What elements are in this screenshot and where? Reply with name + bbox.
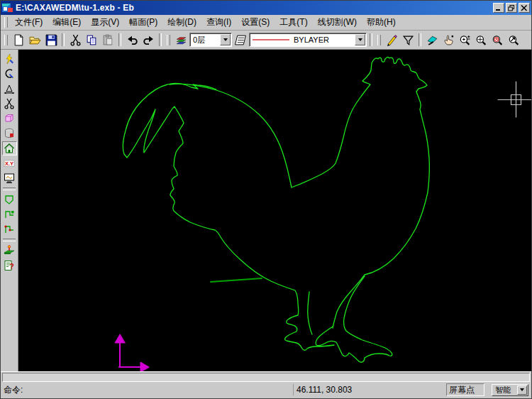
axis-x-arrowhead [140,362,149,371]
dynamic-pan-button[interactable] [424,32,440,48]
filter-button[interactable] [400,32,416,48]
menu-item-sheet[interactable]: 幅面(P) [124,14,162,31]
left-toolbar-separator [3,239,16,241]
pick-contour-button[interactable] [2,192,17,207]
drawing-surface [18,50,531,371]
toolbar-separator [159,33,162,46]
block-button[interactable] [2,111,17,126]
previous-view-button[interactable] [489,32,505,48]
paste-button[interactable] [100,32,116,48]
dimension-button[interactable] [2,82,17,96]
copy-button[interactable] [84,32,99,48]
window-title: E:\CAXAWEDM\tu-1.exb - Eb [16,1,491,15]
zoom-all-button[interactable] [506,32,521,48]
left-toolbar-separator [3,187,16,190]
toolbar-separator [118,33,121,46]
chevron-down-icon [358,38,362,41]
home-view-button[interactable] [2,141,17,155]
dynamic-zoom-button[interactable] [440,32,456,48]
snap-mode-arrow[interactable] [517,386,527,395]
save-button[interactable] [43,32,59,48]
menu-item-view[interactable]: 显示(V) [86,14,124,31]
status-bar: 命令: 46.111, 30.803 屏幕点 智能 [1,383,531,398]
app-window: E:\CAXAWEDM\tu-1.exb - Eb 文件(F)编辑(E)显示(V… [0,0,532,399]
minimize-button[interactable] [493,3,504,13]
snap-mode-value: 智能 [495,385,516,395]
sketch-button[interactable] [2,52,17,66]
menu-item-wirecut[interactable]: 线切割(W) [313,14,362,31]
rooster-tail-belly-left-leg [123,83,334,350]
axis-y-arrowhead [115,334,125,343]
rooster-right-leg-foot [316,276,392,362]
display-button[interactable] [2,171,17,185]
query-button[interactable]: ? [2,258,17,273]
menu-item-settings[interactable]: 设置(S) [236,14,275,31]
linetype-select-value: BYLAYER [294,35,354,44]
menu-bar: 文件(F)编辑(E)显示(V)幅面(P)绘制(D)查询(I)设置(S)工具(T)… [1,15,531,31]
zoom-window-button[interactable] [473,32,489,48]
coordinate-button[interactable]: X.Y [2,156,17,170]
restore-button[interactable] [506,3,517,13]
toolbar-grip[interactable] [377,35,381,45]
rooster-back-neck-head-breast [170,58,429,328]
command-row [1,371,531,383]
menu-item-help[interactable]: 帮助(H) [362,14,401,31]
linetype-button[interactable] [233,32,248,48]
simulate-button[interactable] [2,244,17,258]
undo-button[interactable] [124,32,140,48]
linetype-preview-line [253,39,289,40]
cut-button[interactable] [67,32,83,48]
new-button[interactable] [11,32,26,48]
redo-button[interactable] [140,32,156,48]
menu-grip[interactable] [4,17,8,28]
toolbar-grip[interactable] [4,35,8,45]
layers-button[interactable] [173,32,189,48]
curve-edit-button[interactable] [2,67,17,81]
drawing-canvas[interactable] [18,50,531,371]
chevron-down-icon [223,38,228,41]
library-button[interactable] [2,126,17,141]
chevron-down-icon [520,388,524,391]
pick-style-button[interactable] [384,32,399,48]
trajectory-button[interactable] [2,207,17,222]
menu-item-tools[interactable]: 工具(T) [275,14,312,31]
svg-text:?: ? [9,263,13,270]
title-bar: E:\CAXAWEDM\tu-1.exb - Eb [1,1,531,15]
toolbar-separator [419,33,421,46]
linetype-select-arrow[interactable] [355,34,365,45]
pick-mode-field[interactable]: 屏幕点 [446,383,484,396]
snap-mode-select[interactable]: 智能 [492,384,528,396]
trim-button[interactable] [2,97,17,111]
command-input[interactable] [2,373,530,382]
app-icon [2,3,13,13]
zoom-button[interactable] [457,32,472,48]
trajectory-jog-button[interactable] [2,222,17,236]
menu-item-query[interactable]: 查询(I) [201,14,236,31]
svg-text:X.Y: X.Y [5,160,13,167]
command-prompt-label: 命令: [4,384,293,395]
menu-item-draw[interactable]: 绘制(D) [162,14,201,31]
layer-select[interactable]: 0层 [189,33,232,47]
layer-select-arrow[interactable] [220,34,231,45]
menu-item-edit[interactable]: 编辑(E) [48,14,86,31]
left-toolbar: X.Y ? [1,50,18,371]
linetype-select[interactable]: BYLAYER [249,33,367,47]
stray-line [211,278,262,282]
close-button[interactable] [519,3,530,13]
layer-select-value: 0层 [193,35,219,45]
rooster-left-leg-inner-edge [308,292,312,334]
toolbar-separator [62,33,65,46]
menu-item-file[interactable]: 文件(F) [10,14,48,31]
toolbar-separator [370,33,372,46]
toolbar-grip[interactable] [167,35,170,45]
open-button[interactable] [27,32,43,48]
main-toolbar: 0层 BYLAYER [1,31,531,50]
cursor-coordinates: 46.111, 30.803 [293,384,446,395]
